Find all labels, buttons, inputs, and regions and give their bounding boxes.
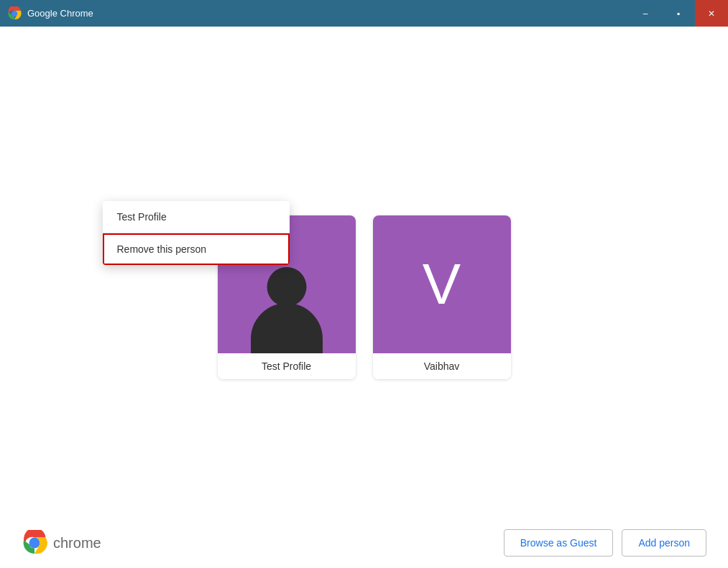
- chrome-logo-large-icon: [22, 530, 47, 556]
- svg-point-1: [12, 11, 17, 16]
- browse-as-guest-button[interactable]: Browse as Guest: [504, 529, 614, 557]
- footer-buttons: Browse as Guest Add person: [504, 529, 706, 557]
- svg-point-3: [30, 539, 39, 547]
- test-profile-name: Test Profile: [218, 353, 356, 379]
- context-menu-remove-person[interactable]: Remove this person: [103, 233, 290, 265]
- profiles-area: Test Profile Remove this person Test Pro…: [218, 215, 511, 379]
- close-button[interactable]: ✕: [695, 0, 728, 27]
- test-profile-wrapper: Test Profile Remove this person Test Pro…: [218, 215, 356, 379]
- avatar-body: [251, 303, 323, 353]
- maximize-button[interactable]: ▪: [662, 0, 695, 27]
- chrome-logo-text: chrome: [53, 535, 101, 551]
- window-controls: – ▪ ✕: [629, 0, 728, 27]
- add-person-button[interactable]: Add person: [622, 529, 706, 557]
- footer: chrome Browse as Guest Add person: [0, 518, 728, 568]
- chrome-logo-icon: [7, 6, 22, 21]
- title-bar-left: Google Chrome: [0, 6, 93, 21]
- vaibhav-profile-card[interactable]: V Vaibhav: [373, 215, 511, 379]
- avatar-head: [267, 267, 306, 307]
- minimize-button[interactable]: –: [629, 0, 662, 27]
- context-menu: Test Profile Remove this person: [103, 201, 290, 265]
- app-title: Google Chrome: [27, 8, 93, 19]
- vaibhav-avatar: V: [373, 215, 511, 353]
- footer-logo: chrome: [22, 530, 101, 556]
- title-bar: Google Chrome – ▪ ✕: [0, 0, 728, 27]
- vaibhav-letter: V: [423, 256, 461, 313]
- context-menu-profile-name[interactable]: Test Profile: [103, 201, 290, 233]
- main-content: Test Profile Remove this person Test Pro…: [0, 27, 728, 568]
- vaibhav-name: Vaibhav: [373, 353, 511, 379]
